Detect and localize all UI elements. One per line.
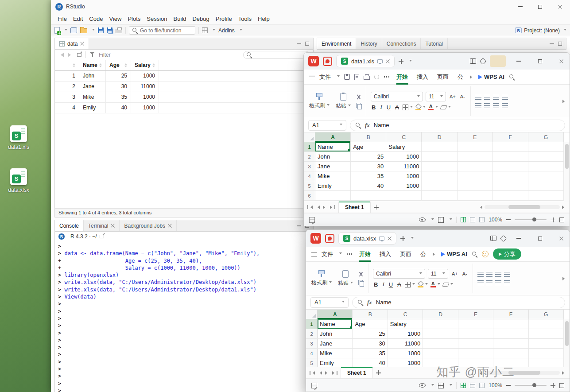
cell-D4[interactable] (423, 349, 458, 358)
row-header-2[interactable]: 2 (306, 329, 318, 338)
underline-button[interactable]: U (386, 104, 392, 111)
vertical-scrollbar[interactable] (564, 319, 570, 367)
column-header-C[interactable]: C (386, 132, 422, 142)
wps-titlebar[interactable]: W S data.xlsx (306, 230, 570, 247)
maximize-button[interactable] (531, 53, 548, 70)
close-document-icon[interactable] (386, 59, 390, 63)
maximize-button[interactable] (530, 0, 550, 13)
cell-A4[interactable]: Mike (315, 171, 351, 181)
cell-B6[interactable] (351, 191, 386, 200)
zoom-slider-handle[interactable] (532, 383, 536, 387)
layout-panels-icon[interactable] (470, 58, 476, 64)
align-right-icon[interactable] (495, 280, 501, 285)
forward-icon[interactable] (68, 53, 73, 57)
cell-B1[interactable]: Age (351, 142, 386, 151)
page-layout-view-icon[interactable] (470, 217, 475, 222)
cell-E1[interactable] (458, 142, 493, 151)
align-middle-icon[interactable] (484, 95, 490, 100)
menu-item[interactable]: Debug (189, 14, 212, 23)
wps-titlebar[interactable]: W S data1.xls (304, 53, 570, 70)
font-color-button[interactable]: A (428, 104, 438, 110)
column-header-G[interactable]: G (529, 310, 564, 319)
cell-G4[interactable] (528, 171, 564, 181)
tab-connections[interactable]: Connections (382, 38, 421, 49)
font-family-select[interactable]: Calibri (371, 92, 423, 101)
more-commands-icon[interactable] (384, 76, 390, 78)
zoom-in-button[interactable] (551, 383, 555, 388)
row-header-3[interactable]: 3 (306, 339, 318, 348)
close-button[interactable] (553, 230, 570, 247)
row-header-1[interactable]: 1 (306, 319, 318, 329)
cell-C5[interactable]: 1000 (388, 358, 423, 367)
next-sheet-button[interactable] (325, 371, 329, 375)
new-document-icon[interactable] (400, 236, 405, 241)
menu-item[interactable]: Build (171, 14, 190, 23)
cell-A4[interactable]: Mike (318, 349, 353, 358)
increase-font-button[interactable]: A+ (449, 94, 457, 99)
align-middle-icon[interactable] (486, 272, 492, 277)
menu-item[interactable]: Profile (213, 14, 235, 23)
cell-D6[interactable] (422, 191, 457, 200)
viewer-row[interactable]: 1John251000 (55, 71, 313, 82)
cell-E3[interactable] (458, 162, 493, 171)
select-all-corner[interactable] (306, 310, 318, 319)
cell-D3[interactable] (423, 339, 458, 348)
zoom-slider[interactable] (515, 219, 547, 220)
cell-C2[interactable]: 1000 (388, 329, 423, 338)
grid-options-icon[interactable] (438, 217, 444, 223)
addins-dropdown-icon[interactable] (240, 29, 242, 32)
sheet-tab[interactable]: Sheet 1 (338, 202, 371, 213)
strikethrough-button[interactable]: A (396, 281, 402, 288)
prev-sheet-button[interactable] (318, 371, 322, 375)
zoom-formula-icon[interactable] (355, 122, 361, 128)
normal-view-icon[interactable] (461, 217, 466, 222)
cell-F3[interactable] (493, 339, 528, 348)
cell-B5[interactable]: 40 (353, 358, 388, 367)
row-header-2[interactable]: 2 (304, 152, 315, 161)
ribbon-expand-icon[interactable] (562, 100, 566, 103)
cell-mode-icon[interactable] (311, 383, 317, 388)
filter-label[interactable]: Filter (99, 52, 111, 58)
cell-D5[interactable] (422, 181, 457, 190)
visibility-icon[interactable] (419, 383, 426, 388)
maximize-pane-icon[interactable] (558, 42, 562, 46)
close-button[interactable] (553, 53, 570, 70)
cell-C2[interactable]: 1000 (386, 152, 422, 161)
align-center-icon[interactable] (486, 280, 492, 285)
fill-color-button[interactable] (418, 282, 428, 287)
column-header-F[interactable]: F (493, 310, 528, 319)
cell-F1[interactable] (493, 142, 528, 151)
menu-item[interactable]: Session (143, 14, 170, 23)
minimize-button[interactable] (510, 230, 527, 247)
goto-input[interactable] (140, 27, 190, 34)
horizontal-scrollbar[interactable] (478, 205, 566, 209)
cell-F6[interactable] (493, 191, 528, 200)
zoom-level[interactable]: 100% (489, 382, 502, 388)
file-menu-dropdown-icon[interactable] (337, 75, 340, 78)
ribbon-tab-insert[interactable]: 插入 (415, 71, 430, 83)
bold-button[interactable]: B (373, 281, 379, 288)
menu-item[interactable]: Code (86, 14, 106, 23)
viewer-column-header[interactable]: Age (106, 60, 131, 70)
bold-button[interactable]: B (371, 104, 376, 111)
cell-G1[interactable] (528, 142, 564, 151)
cell-G3[interactable] (529, 339, 564, 348)
cell-G6[interactable] (528, 191, 564, 200)
docer-icon[interactable] (325, 234, 334, 243)
close-tab-icon[interactable] (111, 224, 115, 228)
goto-file-function-box[interactable] (129, 26, 195, 35)
hamburger-menu-icon[interactable] (309, 75, 315, 79)
paste-button[interactable]: 粘贴 (337, 270, 354, 287)
cell-E3[interactable] (458, 339, 493, 348)
cell-G2[interactable] (529, 329, 564, 338)
cell-F2[interactable] (493, 152, 528, 161)
zoom-slider-handle[interactable] (532, 217, 536, 221)
undo-icon[interactable] (374, 74, 379, 79)
viewer-column-header[interactable]: Name (79, 60, 106, 70)
fullscreen-icon[interactable] (559, 383, 564, 388)
wps-ai-button[interactable]: WPS AI (441, 251, 467, 257)
cell-B5[interactable]: 40 (351, 181, 386, 190)
docer-icon[interactable] (323, 57, 332, 66)
file-menu[interactable]: 文件 (322, 250, 333, 258)
open-recent-dropdown-icon[interactable] (92, 29, 95, 32)
